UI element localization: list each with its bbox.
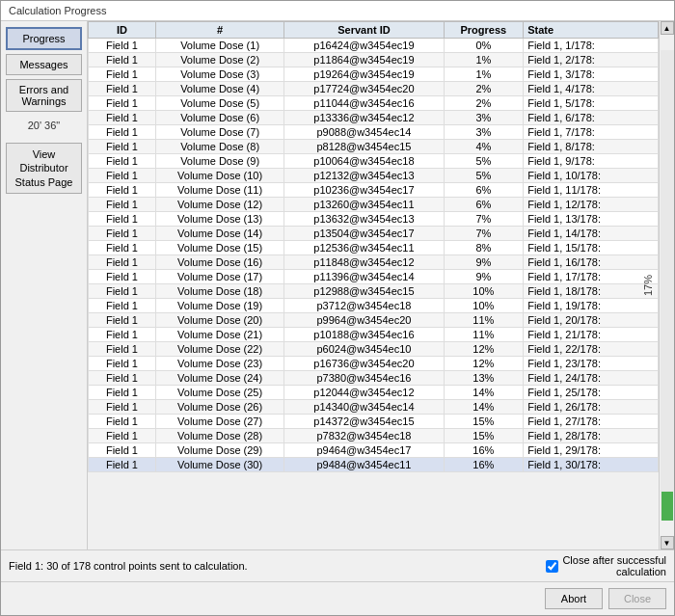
table-cell: p8128@w3454ec15 xyxy=(284,140,444,154)
errors-warnings-button[interactable]: Errors and Warnings xyxy=(6,79,82,112)
table-cell: Field 1, 17/178: xyxy=(524,270,659,284)
table-cell: p13632@w3454ec13 xyxy=(284,212,444,227)
table-cell: Field 1, 8/178: xyxy=(524,140,659,154)
table-cell: Field 1, 20/178: xyxy=(524,313,659,328)
table-cell: Field 1, 6/178: xyxy=(524,111,659,125)
table-cell: 9% xyxy=(444,270,524,284)
table-row: Field 1Volume Dose (27)p14372@w3454ec151… xyxy=(89,415,659,429)
table-cell: Field 1 xyxy=(89,125,156,140)
table-cell: 11% xyxy=(444,313,524,328)
table-cell: p13504@w3454ec17 xyxy=(284,227,444,241)
time-display: 20' 36" xyxy=(6,120,82,131)
table-cell: Field 1, 2/178: xyxy=(524,53,659,67)
table-row: Field 1Volume Dose (30)p9484@w3454ec1116… xyxy=(89,458,659,472)
table-scroll[interactable]: ID # Servant ID Progress State Field 1Vo… xyxy=(88,21,659,549)
table-row: Field 1Volume Dose (23)p16736@w3454ec201… xyxy=(89,357,659,371)
table-body: Field 1Volume Dose (1)p16424@w3454ec190%… xyxy=(89,39,659,472)
table-cell: 1% xyxy=(444,67,524,82)
table-row: Field 1Volume Dose (2)p11864@w3454ec191%… xyxy=(89,53,659,67)
col-header-hash: # xyxy=(155,22,284,39)
progress-button[interactable]: Progress xyxy=(6,27,82,50)
table-row: Field 1Volume Dose (6)p13336@w3454ec123%… xyxy=(89,111,659,125)
table-cell: Volume Dose (27) xyxy=(155,415,284,429)
table-cell: Field 1, 26/178: xyxy=(524,400,659,415)
table-cell: Field 1, 9/178: xyxy=(524,154,659,169)
table-cell: p13336@w3454ec12 xyxy=(284,111,444,125)
table-cell: Field 1 xyxy=(89,371,156,386)
table-row: Field 1Volume Dose (4)p17724@w3454ec202%… xyxy=(89,82,659,96)
table-cell: Volume Dose (25) xyxy=(155,386,284,400)
table-row: Field 1Volume Dose (25)p12044@w3454ec121… xyxy=(89,386,659,400)
table-cell: p11848@w3454ec12 xyxy=(284,255,444,270)
calculation-progress-window: Calculation Progress Progress Messages E… xyxy=(0,0,675,616)
table-cell: 6% xyxy=(444,198,524,212)
table-cell: Volume Dose (16) xyxy=(155,255,284,270)
table-cell: Field 1, 16/178: xyxy=(524,255,659,270)
table-cell: 3% xyxy=(444,111,524,125)
close-button[interactable]: Close xyxy=(608,588,666,609)
table-cell: Volume Dose (13) xyxy=(155,212,284,227)
scrollbar-thumb[interactable] xyxy=(662,492,673,521)
table-row: Field 1Volume Dose (21)p10188@w3454ec161… xyxy=(89,328,659,342)
table-cell: Field 1 xyxy=(89,328,156,342)
col-header-state: State xyxy=(524,22,659,39)
table-cell: p14372@w3454ec15 xyxy=(284,415,444,429)
distributor-status-button[interactable]: View Distributor Status Page xyxy=(6,143,82,194)
scroll-up-button[interactable]: ▲ xyxy=(661,21,674,35)
table-cell: p9464@w3454ec17 xyxy=(284,443,444,458)
table-cell: Field 1, 30/178: xyxy=(524,458,659,472)
status-text: Field 1: 30 of 178 control points sent t… xyxy=(9,560,248,572)
table-cell: p9088@w3454ec14 xyxy=(284,125,444,140)
table-cell: 16% xyxy=(444,443,524,458)
table-cell: p7380@w3454ec16 xyxy=(284,371,444,386)
table-cell: Field 1 xyxy=(89,458,156,472)
table-cell: p14340@w3454ec14 xyxy=(284,400,444,415)
table-cell: Field 1 xyxy=(89,111,156,125)
table-cell: Field 1, 22/178: xyxy=(524,342,659,357)
table-cell: Volume Dose (10) xyxy=(155,169,284,183)
table-cell: Field 1 xyxy=(89,386,156,400)
table-cell: Field 1, 23/178: xyxy=(524,357,659,371)
table-cell: p16736@w3454ec20 xyxy=(284,357,444,371)
close-after-checkbox[interactable] xyxy=(546,560,558,573)
table-cell: Field 1, 10/178: xyxy=(524,169,659,183)
scrollbar-container: ▲ ▼ xyxy=(659,21,674,549)
table-row: Field 1Volume Dose (13)p13632@w3454ec137… xyxy=(89,212,659,227)
table-cell: Field 1, 1/178: xyxy=(524,39,659,53)
table-cell: 14% xyxy=(444,386,524,400)
table-cell: Field 1 xyxy=(89,198,156,212)
table-cell: Field 1 xyxy=(89,443,156,458)
table-row: Field 1Volume Dose (8)p8128@w3454ec154%F… xyxy=(89,140,659,154)
scroll-down-button[interactable]: ▼ xyxy=(661,536,674,549)
table-cell: p12536@w3454ec11 xyxy=(284,241,444,255)
table-cell: Field 1 xyxy=(89,429,156,443)
table-cell: 2% xyxy=(444,82,524,96)
table-cell: Volume Dose (5) xyxy=(155,96,284,111)
table-cell: Field 1 xyxy=(89,342,156,357)
table-cell: Field 1, 3/178: xyxy=(524,67,659,82)
table-cell: Field 1, 13/178: xyxy=(524,212,659,227)
abort-button[interactable]: Abort xyxy=(545,588,603,609)
table-row: Field 1Volume Dose (24)p7380@w3454ec1613… xyxy=(89,371,659,386)
table-header-row: ID # Servant ID Progress State xyxy=(89,22,659,39)
table-cell: Volume Dose (29) xyxy=(155,443,284,458)
table-cell: 15% xyxy=(444,429,524,443)
col-header-id: ID xyxy=(89,22,156,39)
table-cell: Field 1 xyxy=(89,212,156,227)
table-cell: Volume Dose (7) xyxy=(155,125,284,140)
table-cell: Volume Dose (23) xyxy=(155,357,284,371)
table-cell: 8% xyxy=(444,241,524,255)
table-cell: Volume Dose (3) xyxy=(155,67,284,82)
messages-button[interactable]: Messages xyxy=(6,54,82,75)
close-after-container: Close after successful calculation xyxy=(546,554,666,577)
table-cell: Field 1, 11/178: xyxy=(524,183,659,198)
scrollbar-track[interactable] xyxy=(661,50,674,521)
table-cell: Field 1, 25/178: xyxy=(524,386,659,400)
table-cell: p11396@w3454ec14 xyxy=(284,270,444,284)
table-cell: 5% xyxy=(444,169,524,183)
table-cell: Volume Dose (4) xyxy=(155,82,284,96)
table-cell: p10064@w3454ec18 xyxy=(284,154,444,169)
table-cell: 2% xyxy=(444,96,524,111)
table-row: Field 1Volume Dose (19)p3712@w3454ec1810… xyxy=(89,299,659,313)
table-cell: Volume Dose (18) xyxy=(155,284,284,299)
